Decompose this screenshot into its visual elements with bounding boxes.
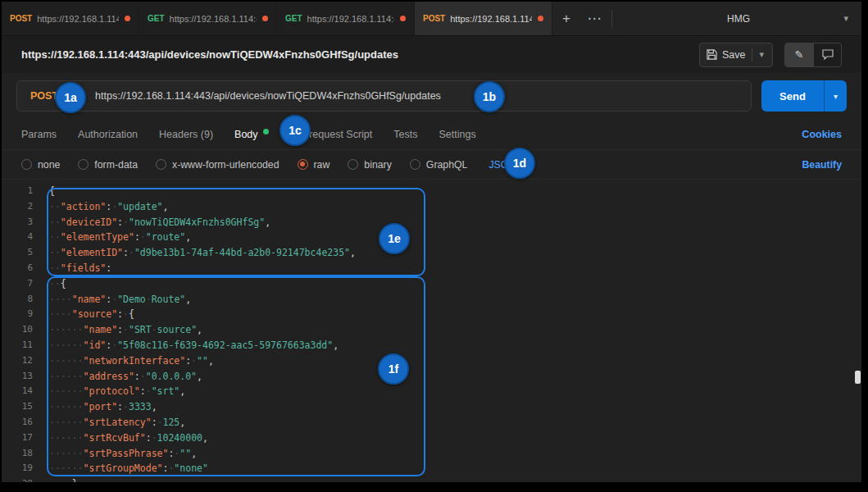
token-k: "elementID" [61,247,123,258]
cookies-link[interactable]: Cookies [802,129,842,140]
tab-list: POSThttps://192.168.1.114:4GEThttps://19… [2,2,552,35]
url-box: POST ▾ https://192.168.1.114:443/api/dev… [16,80,752,112]
token-k: "srtGroupMode" [84,462,163,474]
code-line: 15······"port":·3333, [2,399,861,415]
code-line: 10······"name":·"SRT·source", [2,322,861,338]
code-content: ··"elementID":·"d9be13b1-74af-44bd-a2b0-… [49,245,356,261]
token-p: , [180,417,185,428]
send-options-chevron-icon[interactable]: ▾ [824,80,847,112]
code-line: 19······"srtGroupMode":·"none" [2,461,861,476]
section-tab-label: Body [234,129,258,140]
whitespace-dots: · [140,371,146,382]
annotation-badge-1d: 1d [504,148,535,179]
code-line: 5··"elementID":·"d9be13b1-74af-44bd-a2b0… [2,245,861,261]
token-s: "Demo [117,294,146,305]
token-p: : [134,231,140,243]
beautify-link[interactable]: Beautify [802,159,842,171]
token-s: source" [157,324,197,335]
unsaved-indicator-dot [262,16,268,21]
whitespace-dots: · [123,401,129,412]
token-s: Route" [152,294,186,305]
token-p: , [265,216,270,228]
radio-label: binary [364,159,392,171]
whitespace-dots: ·· [49,278,61,289]
send-button[interactable]: Send ▾ [761,80,847,112]
code-line: 2··"action":·"update", [2,199,861,215]
workspace-selector[interactable]: HMG ▾ [616,2,861,35]
url-input[interactable]: https://192.168.1.114:443/api/devices/no… [95,90,441,102]
request-tab[interactable]: POSThttps://192.168.1.114:4 [415,2,552,35]
section-tab-label: Tests [393,129,417,140]
title-row: https://192.168.1.114:443/api/devices/no… [2,36,861,73]
token-p: : [117,308,123,320]
title-icon-group: ✎ [784,43,842,67]
more-tabs-button[interactable]: ⋯ [580,2,608,35]
whitespace-dots: · [123,216,129,228]
whitespace-dots: · [191,355,197,367]
annotation-badge-1a: 1a [55,82,86,113]
code-content: ······"name":·"SRT·source", [49,322,202,338]
token-s: "nowTiQEDW4xFnzhs0GHfSg" [129,216,265,228]
body-type-radio-none[interactable]: none [21,159,60,171]
line-number: 3 [2,215,33,230]
token-p: , [202,432,208,444]
whitespace-dots: ···· [49,308,72,320]
request-tab[interactable]: GEThttps://192.168.1.114:44 [139,2,277,35]
section-tab-authorization[interactable]: Authorization [78,129,138,140]
body-type-row: noneform-datax-www-form-urlencodedrawbin… [2,150,861,180]
radio-label: x-www-form-urlencoded [172,159,279,171]
body-type-radio-graphql[interactable]: GraphQL [410,159,468,171]
annotation-badge-1f: 1f [378,353,409,385]
token-p: , [208,355,214,367]
line-number: 2 [2,199,33,215]
body-type-radio-raw[interactable]: raw [298,159,330,171]
unsaved-body-dot [263,129,269,134]
request-tab[interactable]: GEThttps://192.168.1.114:44 [277,2,415,35]
body-type-radio-form-data[interactable]: form-data [78,159,138,171]
section-tab-headers-9-[interactable]: Headers (9) [159,129,213,140]
code-line: 9····"source":·{ [2,307,861,322]
token-p: : [117,324,123,335]
request-tab[interactable]: POSThttps://192.168.1.114:4 [2,2,139,35]
section-tab-tests[interactable]: Tests [393,129,417,140]
radio-icon [410,159,420,170]
request-builder-row: POST ▾ https://192.168.1.114:443/api/dev… [2,73,861,119]
token-k: "srtLatency" [84,417,152,428]
code-line: 17······"srtRcvBuf":·10240000, [2,430,861,446]
code-content: { [49,184,55,199]
line-number: 11 [2,338,33,353]
edit-button[interactable]: ✎ [785,43,813,66]
radio-icon [156,159,166,170]
section-tab-params[interactable]: Params [21,129,57,140]
body-type-radio-binary[interactable]: binary [348,159,392,171]
token-num: 10240000 [157,432,202,444]
whitespace-dots: ······ [49,339,84,351]
code-line: 8····"name":·"Demo·Route", [2,292,861,308]
save-options-chevron-icon[interactable]: ▾ [752,48,766,61]
comments-button[interactable] [813,43,841,66]
section-tab-settings[interactable]: Settings [439,129,475,140]
code-content: ····"source":·{ [49,307,134,322]
send-label[interactable]: Send [761,80,824,112]
whitespace-dots: · [146,294,152,305]
save-button[interactable]: Save ▾ [699,43,773,67]
new-tab-button[interactable]: + [552,2,580,35]
token-p: : [106,262,111,274]
code-line: 1{ [2,184,861,199]
code-content: ··"action":·"update", [49,199,168,215]
token-k: "id" [84,339,107,351]
radio-icon [78,159,89,170]
section-tab-body[interactable]: Body [234,129,269,140]
line-number: 4 [2,230,33,245]
token-p: : [117,401,123,412]
token-k: "srtPassPhrase" [84,448,169,459]
body-editor[interactable]: 1{2··"action":·"update",3··"deviceID":·"… [2,180,861,482]
scrollbar-thumb[interactable] [855,371,861,384]
token-p: , [180,385,185,397]
line-number: 18 [2,446,33,462]
code-line: 14······"protocol":·"srt", [2,384,861,399]
token-s: "none" [174,462,208,474]
body-type-radio-x-www-form-urlencoded[interactable]: x-www-form-urlencoded [156,159,279,171]
code-content: ······"srtRcvBuf":·10240000, [49,430,208,446]
chevron-down-icon: ▾ [843,13,848,24]
